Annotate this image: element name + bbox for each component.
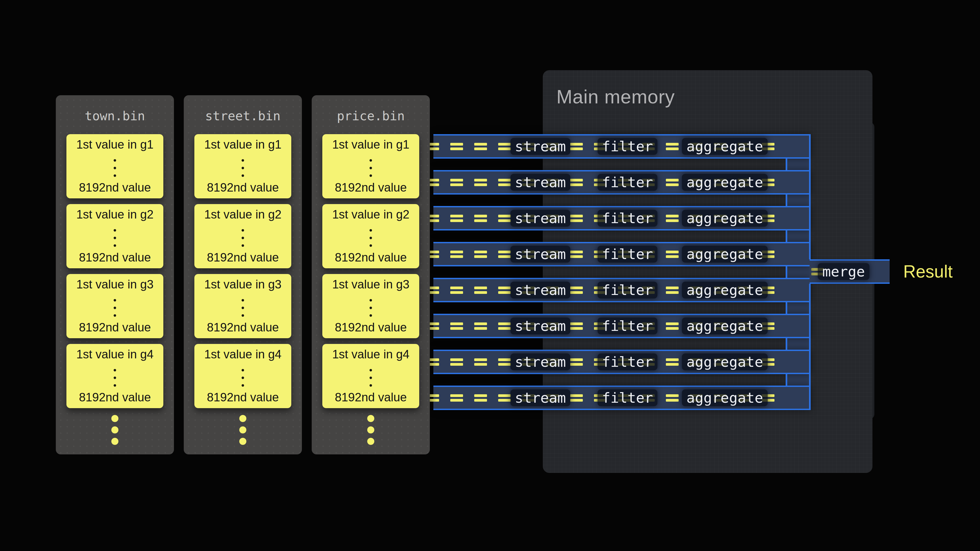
block-last-value: 8192nd value xyxy=(322,391,419,404)
block-last-value: 8192nd value xyxy=(322,181,419,194)
block-first-value: 1st value in g3 xyxy=(67,278,163,291)
equals-icon xyxy=(450,286,463,294)
pipeline-row: stream filter aggregate xyxy=(433,170,811,195)
file-title: price.bin xyxy=(312,109,430,123)
equals-icon xyxy=(666,143,679,150)
collector-gap-border xyxy=(786,374,787,386)
equals-icon xyxy=(666,286,679,294)
stream-chip: stream xyxy=(511,318,570,334)
pipeline-row: stream filter aggregate xyxy=(433,278,811,302)
block-first-value: 1st value in g1 xyxy=(322,138,419,151)
aggregate-chip: aggregate xyxy=(682,318,768,334)
equals-icon xyxy=(450,251,463,258)
stream-chip: stream xyxy=(511,354,570,370)
block-last-value: 8192nd value xyxy=(322,321,419,334)
pipeline-row: stream filter aggregate xyxy=(433,206,811,230)
value-block-g3: 1st value in g3 8192nd value xyxy=(322,274,419,338)
aggregate-chip: aggregate xyxy=(682,246,768,263)
equals-icon xyxy=(450,322,463,330)
collector-right-border xyxy=(809,134,811,259)
block-first-value: 1st value in g1 xyxy=(67,138,163,151)
diagram-canvas: Main memory stream filter aggregate stre… xyxy=(0,0,980,551)
equals-icon xyxy=(498,394,511,402)
collector-gap-border xyxy=(786,267,787,278)
equals-icon xyxy=(450,215,463,222)
pipeline-row: stream filter aggregate xyxy=(433,386,811,410)
block-first-value: 1st value in g4 xyxy=(322,348,419,361)
vertical-ellipsis-icon xyxy=(242,159,244,177)
vertical-ellipsis-icon xyxy=(242,229,244,247)
stream-chip: stream xyxy=(511,282,570,299)
aggregate-chip: aggregate xyxy=(682,282,768,299)
value-block-g3: 1st value in g3 8192nd value xyxy=(194,274,291,338)
vertical-ellipsis-icon xyxy=(242,299,244,317)
equals-icon xyxy=(666,179,679,186)
equals-icon xyxy=(450,358,463,366)
block-first-value: 1st value in g2 xyxy=(67,208,163,221)
block-last-value: 8192nd value xyxy=(67,251,163,264)
merge-chip: merge xyxy=(818,263,869,280)
merge-band: merge xyxy=(810,259,889,284)
equals-icon xyxy=(570,322,583,330)
value-block-g3: 1st value in g3 8192nd value xyxy=(67,274,163,338)
file-panel: price.bin 1st value in g1 8192nd value 1… xyxy=(312,95,430,454)
vertical-ellipsis-icon xyxy=(114,159,116,177)
collector-gap-border xyxy=(786,195,787,206)
equals-icon xyxy=(474,322,487,330)
stream-chip: stream xyxy=(511,246,570,263)
value-block-g4: 1st value in g4 8192nd value xyxy=(322,344,419,408)
main-memory-title: Main memory xyxy=(557,87,675,107)
equals-icon xyxy=(570,286,583,294)
block-last-value: 8192nd value xyxy=(194,181,291,194)
equals-icon xyxy=(498,322,511,330)
value-block-g4: 1st value in g4 8192nd value xyxy=(194,344,291,408)
vertical-ellipsis-icon xyxy=(370,369,372,387)
filter-chip: filter xyxy=(598,210,657,227)
equals-icon xyxy=(570,215,583,222)
value-block-g1: 1st value in g1 8192nd value xyxy=(322,134,419,198)
vertical-ellipsis-icon xyxy=(370,159,372,177)
aggregate-chip: aggregate xyxy=(682,389,768,406)
filter-chip: filter xyxy=(598,138,657,155)
pipeline-row: stream filter aggregate xyxy=(433,349,811,374)
aggregate-chip: aggregate xyxy=(682,210,768,227)
block-first-value: 1st value in g2 xyxy=(194,208,291,221)
stream-chip: stream xyxy=(511,389,570,406)
vertical-ellipsis-icon xyxy=(370,229,372,247)
collector-gap-border xyxy=(786,302,787,314)
collector-gap-border xyxy=(786,230,787,242)
stream-chip: stream xyxy=(511,138,570,155)
filter-chip: filter xyxy=(598,246,657,263)
filter-chip: filter xyxy=(598,354,657,370)
result-label: Result xyxy=(903,262,953,281)
equals-icon xyxy=(474,286,487,294)
block-last-value: 8192nd value xyxy=(194,391,291,404)
more-groups-ellipsis-icon xyxy=(111,415,118,445)
block-first-value: 1st value in g2 xyxy=(322,208,419,221)
block-last-value: 8192nd value xyxy=(194,321,291,334)
equals-icon xyxy=(498,286,511,294)
block-first-value: 1st value in g4 xyxy=(67,348,163,361)
value-block-g1: 1st value in g1 8192nd value xyxy=(67,134,163,198)
equals-icon xyxy=(474,143,487,150)
value-block-g2: 1st value in g2 8192nd value xyxy=(67,204,163,268)
equals-icon xyxy=(666,251,679,258)
vertical-ellipsis-icon xyxy=(114,369,116,387)
aggregate-chip: aggregate xyxy=(682,138,768,155)
pipeline-row: stream filter aggregate xyxy=(433,134,811,159)
block-last-value: 8192nd value xyxy=(67,321,163,334)
pipeline-row: stream filter aggregate xyxy=(433,314,811,338)
file-panel: street.bin 1st value in g1 8192nd value … xyxy=(184,95,302,454)
stream-chip: stream xyxy=(511,210,570,227)
block-last-value: 8192nd value xyxy=(194,251,291,264)
equals-icon xyxy=(666,215,679,222)
collector-gap-border xyxy=(786,159,787,170)
aggregate-chip: aggregate xyxy=(682,174,768,191)
value-block-g2: 1st value in g2 8192nd value xyxy=(322,204,419,268)
filter-chip: filter xyxy=(598,282,657,299)
equals-icon xyxy=(570,251,583,258)
vertical-ellipsis-icon xyxy=(114,229,116,247)
collector-gap-border xyxy=(786,338,787,349)
equals-icon xyxy=(498,358,511,366)
equals-icon xyxy=(570,394,583,402)
